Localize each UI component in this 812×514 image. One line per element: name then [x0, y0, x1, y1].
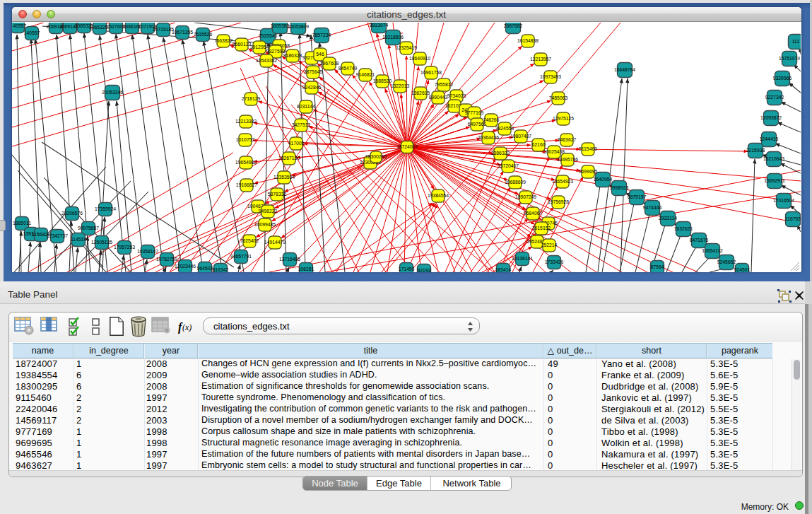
svg-text:10782759: 10782759 — [155, 257, 177, 262]
svg-text:10671355: 10671355 — [171, 30, 192, 35]
svg-text:8471676: 8471676 — [689, 238, 708, 243]
svg-text:9474444: 9474444 — [642, 205, 661, 210]
svg-text:7625402: 7625402 — [240, 238, 259, 243]
svg-text:1322013: 1322013 — [390, 83, 409, 88]
svg-text:7663822: 7663822 — [213, 38, 233, 43]
svg-text:10025438: 10025438 — [543, 149, 564, 154]
svg-text:7955812: 7955812 — [434, 82, 453, 87]
svg-text:1244415: 1244415 — [759, 136, 778, 141]
svg-text:62160: 62160 — [531, 142, 545, 147]
svg-text:14914479: 14914479 — [264, 240, 285, 245]
svg-text:9227342: 9227342 — [765, 95, 784, 100]
svg-text:9498222: 9498222 — [258, 209, 277, 214]
svg-text:15751074: 15751074 — [778, 56, 799, 61]
svg-text:12975125: 12975125 — [552, 116, 573, 121]
svg-text:17016504: 17016504 — [772, 198, 794, 203]
svg-text:1615152: 1615152 — [531, 226, 551, 230]
svg-text:16210643: 16210643 — [763, 156, 784, 161]
svg-text:5878332: 5878332 — [267, 192, 286, 197]
svg-text:1 40557: 1 40557 — [12, 23, 26, 28]
svg-text:10719185: 10719185 — [152, 27, 173, 32]
svg-text:183414: 183414 — [495, 267, 511, 272]
svg-text:8813074: 8813074 — [369, 23, 388, 28]
svg-text:12342737: 12342737 — [46, 233, 67, 238]
svg-text:15692911: 15692911 — [764, 178, 785, 183]
svg-text:924501: 924501 — [734, 267, 750, 272]
svg-text:(x): (x) — [182, 322, 192, 332]
svg-text:12325419: 12325419 — [395, 45, 416, 50]
svg-text:3215938: 3215938 — [746, 148, 765, 153]
svg-text:3427512: 3427512 — [291, 122, 310, 127]
svg-text:14136141: 14136141 — [511, 256, 532, 261]
svg-text:19166827: 19166827 — [235, 182, 257, 187]
svg-text:16961758: 16961758 — [420, 70, 441, 75]
svg-text:3824554: 3824554 — [495, 126, 514, 131]
svg-text:7857234: 7857234 — [312, 33, 331, 37]
svg-text:1605380: 1605380 — [270, 23, 289, 28]
svg-text:9327593: 9327593 — [266, 49, 285, 54]
svg-text:252214: 252214 — [541, 243, 557, 247]
svg-text:8186328: 8186328 — [283, 53, 302, 58]
svg-text:17957253: 17957253 — [113, 245, 134, 250]
svg-text:114519: 114519 — [70, 237, 86, 242]
svg-text:417005: 417005 — [288, 141, 304, 146]
svg-text:106281: 106281 — [298, 267, 314, 271]
svg-text:9245652: 9245652 — [717, 259, 736, 264]
svg-text:18640910: 18640910 — [408, 56, 430, 61]
svg-text:19218506: 19218506 — [382, 35, 403, 40]
svg-text:90975887: 90975887 — [77, 226, 98, 230]
svg-text:10688609: 10688609 — [504, 180, 525, 185]
svg-text:7485063: 7485063 — [548, 95, 567, 100]
svg-text:3875645: 3875645 — [303, 69, 322, 74]
svg-text:2386322: 2386322 — [490, 151, 510, 156]
svg-text:2687682: 2687682 — [503, 23, 522, 28]
svg-text:13716485: 13716485 — [278, 257, 300, 262]
svg-text:9329966: 9329966 — [772, 76, 792, 81]
svg-text:1733426: 1733426 — [544, 259, 563, 264]
svg-text:964503: 964503 — [196, 266, 213, 271]
svg-text:16053809: 16053809 — [287, 24, 308, 29]
svg-text:7515526: 7515526 — [193, 32, 212, 37]
svg-text:19654982: 19654982 — [235, 160, 256, 165]
svg-text:8031144: 8031144 — [297, 104, 315, 109]
svg-text:1885011: 1885011 — [13, 221, 31, 226]
svg-text:8660123: 8660123 — [232, 42, 251, 47]
svg-text:7632621: 7632621 — [673, 226, 693, 231]
svg-text:18300295: 18300295 — [365, 154, 386, 159]
svg-text:7515546: 7515546 — [258, 33, 277, 38]
svg-text:19756928: 19756928 — [547, 199, 568, 204]
svg-text:9734023: 9734023 — [447, 93, 466, 98]
svg-text:10654112: 10654112 — [702, 248, 723, 253]
svg-text:13654923: 13654923 — [551, 179, 572, 184]
svg-text:9684067: 9684067 — [523, 211, 542, 216]
svg-text:9242845: 9242845 — [302, 85, 321, 90]
svg-text:12213957: 12213957 — [529, 57, 551, 62]
svg-text:1588520: 1588520 — [372, 78, 392, 83]
svg-text:8990443: 8990443 — [428, 95, 447, 100]
svg-text:10973493: 10973493 — [539, 74, 560, 79]
svg-text:8454749: 8454749 — [338, 66, 357, 71]
svg-text:5958923: 5958923 — [609, 185, 628, 190]
svg-text:2967608: 2967608 — [319, 61, 339, 66]
svg-text:9146821: 9146821 — [355, 72, 375, 77]
svg-text:12093872: 12093872 — [760, 115, 781, 120]
svg-text:9115460: 9115460 — [579, 146, 597, 151]
svg-text:18724007: 18724007 — [396, 144, 417, 149]
svg-text:10807487: 10807487 — [510, 134, 531, 139]
svg-text:816342: 816342 — [212, 267, 228, 272]
svg-text:1362615: 1362615 — [411, 90, 430, 95]
svg-text:87964: 87964 — [650, 264, 664, 269]
svg-text:12023446: 12023446 — [174, 264, 195, 269]
svg-text:16648784: 16648784 — [613, 67, 635, 72]
svg-text:111: 111 — [792, 39, 799, 44]
svg-text:140557: 140557 — [23, 30, 40, 35]
svg-text:17359924: 17359924 — [94, 206, 115, 211]
svg-text:15720407: 15720407 — [497, 163, 518, 168]
svg-text:12213382: 12213382 — [235, 119, 256, 124]
svg-text:13495786: 13495786 — [556, 157, 577, 162]
svg-text:92193: 92193 — [417, 268, 430, 272]
svg-text:20053346: 20053346 — [101, 90, 122, 95]
svg-text:116753: 116753 — [784, 216, 800, 221]
svg-text:2933114: 2933114 — [659, 216, 677, 221]
svg-text:18907249: 18907249 — [514, 194, 536, 199]
